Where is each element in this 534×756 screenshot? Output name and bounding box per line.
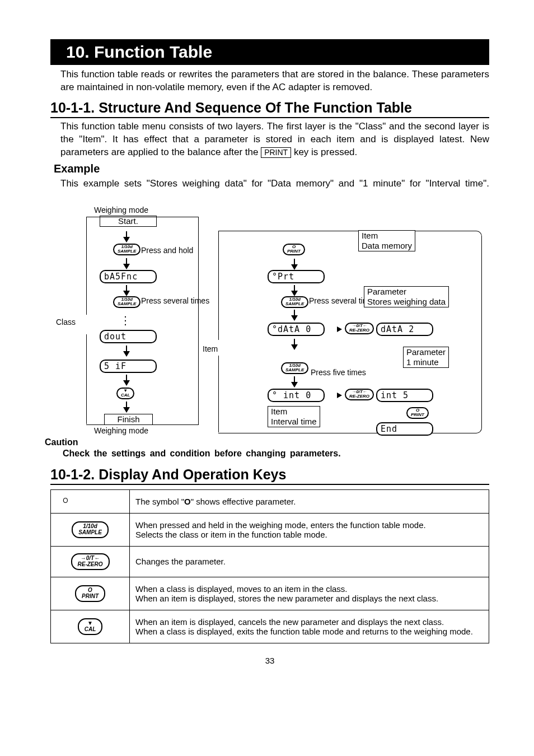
cell-symbol: ▼ CAL — [51, 610, 130, 643]
cell-desc: When pressed and held in the weighing mo… — [130, 513, 489, 546]
lcd-data0: °dAtA 0 — [268, 323, 325, 336]
section-10-1-1-heading: 10-1-1. Structure And Sequence Of The Fu… — [50, 100, 489, 118]
lcd-data2: dAtA 2 — [376, 323, 433, 336]
chapter-title: 10. Function Table — [50, 39, 489, 65]
press-several-left: Press several times — [141, 297, 209, 305]
example-paragraph: This example sets "Stores weighing data"… — [60, 178, 489, 203]
sample-button-3: 1/10d SAMPLE — [281, 296, 308, 309]
cell-symbol: →0/T← RE-ZERO — [51, 546, 130, 577]
class-label: Class — [56, 318, 76, 326]
sample-button-2: 1/10d SAMPLE — [113, 296, 140, 309]
item-interval-box: Item Interval time — [268, 406, 320, 427]
section-10-1-2-heading: 10-1-2. Display And Operation Keys — [50, 466, 489, 485]
cell-symbol: O — [51, 489, 130, 513]
item-data-memory-box: Item Data memory — [358, 230, 415, 251]
lcd-end: End — [376, 422, 433, 436]
finish-box: Finish — [104, 414, 153, 426]
sample-button-4: 1/10d SAMPLE — [281, 362, 308, 375]
caution-text: Check the settings and condition before … — [63, 449, 489, 459]
print-key-icon: O PRINT — [75, 585, 105, 602]
rezero-button-1: →0/T← RE-ZERO — [345, 323, 374, 335]
function-table-diagram: Weighing mode Start. 1/10d SAMPLE Press … — [50, 206, 487, 435]
print-key-inline: PRINT — [261, 147, 291, 158]
caution-heading: Caution — [45, 437, 489, 447]
param-stores-box: Parameter Stores weighing data — [364, 286, 449, 307]
page-number: 33 — [50, 656, 489, 665]
lcd-basfnc: bA5Fnc — [100, 270, 157, 283]
section-10-1-1-body: This function table menu consists of two… — [60, 120, 489, 159]
cell-desc: When a class is displayed, moves to an i… — [130, 577, 489, 610]
start-box: Start. — [100, 216, 157, 227]
table-row: O The symbol "O" shows effective paramet… — [51, 489, 489, 513]
rezero-button-2: →0/T← RE-ZERO — [345, 389, 374, 401]
param-1min-box: Parameter 1 minute — [403, 347, 449, 368]
example-heading: Example — [54, 162, 489, 175]
cal-key-icon: ▼ CAL — [78, 618, 103, 635]
print-button-2: O PRINT — [406, 407, 429, 419]
cell-desc: Changes the parameter. — [130, 546, 489, 577]
cal-button: ▼ CAL — [116, 388, 134, 400]
cell-desc: When an item is displayed, cancels the n… — [130, 610, 489, 643]
cell-symbol: 1/10d SAMPLE — [51, 513, 130, 546]
table-row: O PRINT When a class is displayed, moves… — [51, 577, 489, 610]
table-row: →0/T← RE-ZERO Changes the parameter. — [51, 546, 489, 577]
lcd-int5: int 5 — [376, 389, 433, 402]
lcd-sif: 5 iF — [100, 360, 157, 373]
lcd-dout: dout — [100, 330, 157, 343]
intro-paragraph: This function table reads or rewrites th… — [60, 68, 489, 94]
press-and-hold: Press and hold — [141, 246, 193, 255]
print-button-1: O PRINT — [283, 244, 305, 256]
body-text-b: key is pressed. — [291, 147, 357, 157]
lcd-prt: °Prt — [268, 270, 325, 283]
cell-desc: The symbol "O" shows effective parameter… — [130, 489, 489, 513]
key-description-table: O The symbol "O" shows effective paramet… — [50, 489, 489, 643]
table-row: 1/10d SAMPLE When pressed and held in th… — [51, 513, 489, 546]
rezero-key-icon: →0/T← RE-ZERO — [71, 553, 110, 570]
cell-symbol: O PRINT — [51, 577, 130, 610]
sample-key-icon: 1/10d SAMPLE — [72, 521, 109, 538]
weighing-mode-top: Weighing mode — [94, 206, 148, 214]
table-row: ▼ CAL When an item is displayed, cancels… — [51, 610, 489, 643]
press-five-times: Press five times — [311, 368, 366, 377]
sample-button-1: 1/10d SAMPLE — [113, 244, 140, 256]
weighing-mode-bottom: Weighing mode — [94, 426, 148, 435]
lcd-int0: ° int 0 — [268, 389, 325, 402]
item-label: Item — [203, 344, 218, 353]
